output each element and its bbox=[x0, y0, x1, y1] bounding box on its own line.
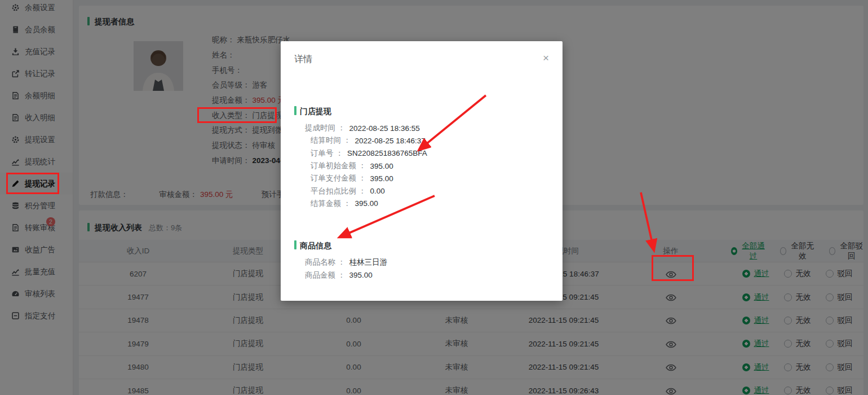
modal-section-title-text: 门店提现 bbox=[300, 107, 331, 116]
modal-field-value: 395.00 bbox=[355, 199, 378, 208]
modal-field-colon: ： bbox=[358, 161, 366, 171]
modal-field: 订单号：SN2208251836765BFA bbox=[311, 147, 563, 160]
modal-field: 结算金额：395.00 bbox=[311, 198, 563, 210]
modal-field-label: 结算金额 bbox=[311, 199, 341, 209]
modal-header: 详情 × bbox=[281, 41, 563, 65]
modal-field: 结算时间：2022-08-25 18:46:37 bbox=[311, 134, 563, 147]
modal-field-value: SN2208251836765BFA bbox=[347, 149, 427, 157]
modal-field-colon: ： bbox=[338, 123, 346, 133]
modal-field-label: 订单支付金额 bbox=[311, 173, 356, 183]
modal-field-value: 2022-08-25 18:36:55 bbox=[349, 124, 420, 133]
modal-field-colon: ： bbox=[343, 135, 351, 146]
section-bar bbox=[294, 240, 296, 249]
modal-section-title: 商品信息 bbox=[281, 240, 563, 251]
modal-field-value: 桂林三日游 bbox=[349, 257, 388, 267]
modal-field-colon: ： bbox=[343, 199, 351, 209]
modal-field-value: 395.00 bbox=[370, 162, 393, 170]
modal-field: 商品名称：桂林三日游 bbox=[305, 256, 563, 269]
modal-title: 详情 bbox=[294, 54, 312, 65]
modal-field-colon: ： bbox=[338, 257, 346, 267]
modal-field-label: 商品金额 bbox=[305, 270, 335, 280]
close-icon[interactable]: × bbox=[543, 54, 549, 63]
modal-field: 订单初始金额：395.00 bbox=[311, 160, 563, 172]
modal-field-label: 订单初始金额 bbox=[311, 161, 356, 171]
modal-body: 门店提现提成时间：2022-08-25 18:36:55结算时间：2022-08… bbox=[281, 106, 563, 282]
modal-section-fields: 商品名称：桂林三日游商品金额：395.00 bbox=[281, 256, 563, 282]
modal-field-label: 平台扣点比例 bbox=[311, 186, 356, 196]
modal-field-label: 订单号 bbox=[311, 148, 334, 159]
modal-field-colon: ： bbox=[358, 186, 366, 196]
section-bar bbox=[294, 106, 296, 115]
modal-field-colon: ： bbox=[338, 270, 346, 280]
modal-field-label: 结算时间 bbox=[311, 135, 341, 146]
modal-section-title: 门店提现 bbox=[281, 106, 563, 117]
modal-field: 提成时间：2022-08-25 18:36:55 bbox=[305, 122, 563, 134]
modal-field-label: 商品名称 bbox=[305, 257, 335, 267]
modal-section-fields: 提成时间：2022-08-25 18:36:55结算时间：2022-08-25 … bbox=[281, 122, 563, 210]
modal-field: 平台扣点比例：0.00 bbox=[311, 185, 563, 197]
detail-modal: 详情 × 门店提现提成时间：2022-08-25 18:36:55结算时间：20… bbox=[281, 41, 563, 301]
modal-field-value: 395.00 bbox=[349, 271, 373, 279]
modal-field-value: 395.00 bbox=[370, 174, 393, 183]
modal-field-label: 提成时间 bbox=[305, 123, 335, 133]
modal-field-colon: ： bbox=[336, 148, 344, 159]
modal-field: 订单支付金额：395.00 bbox=[311, 172, 563, 185]
modal-field: 商品金额：395.00 bbox=[305, 269, 563, 281]
modal-section-title-text: 商品信息 bbox=[300, 241, 331, 250]
modal-field-value: 2022-08-25 18:46:37 bbox=[355, 137, 426, 145]
modal-field-value: 0.00 bbox=[370, 187, 385, 195]
modal-field-colon: ： bbox=[358, 173, 366, 183]
